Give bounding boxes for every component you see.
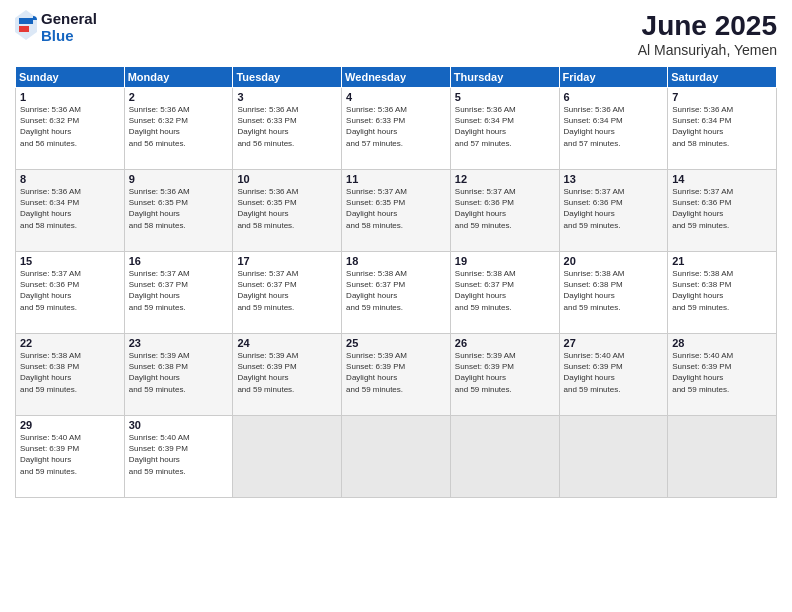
header: General Blue June 2025 Al Mansuriyah, Ye… bbox=[15, 10, 777, 58]
day-number: 12 bbox=[455, 173, 555, 185]
day-info: Sunrise: 5:40 AM Sunset: 6:39 PM Dayligh… bbox=[564, 350, 664, 395]
day-info: Sunrise: 5:36 AM Sunset: 6:34 PM Dayligh… bbox=[672, 104, 772, 149]
day-info: Sunrise: 5:40 AM Sunset: 6:39 PM Dayligh… bbox=[129, 432, 229, 477]
table-row: 13 Sunrise: 5:37 AM Sunset: 6:36 PM Dayl… bbox=[559, 170, 668, 252]
table-row: 6 Sunrise: 5:36 AM Sunset: 6:34 PM Dayli… bbox=[559, 88, 668, 170]
table-row bbox=[668, 416, 777, 498]
day-info: Sunrise: 5:36 AM Sunset: 6:32 PM Dayligh… bbox=[20, 104, 120, 149]
day-info: Sunrise: 5:36 AM Sunset: 6:33 PM Dayligh… bbox=[346, 104, 446, 149]
table-row bbox=[450, 416, 559, 498]
day-number: 21 bbox=[672, 255, 772, 267]
calendar-table: Sunday Monday Tuesday Wednesday Thursday… bbox=[15, 66, 777, 498]
table-row: 7 Sunrise: 5:36 AM Sunset: 6:34 PM Dayli… bbox=[668, 88, 777, 170]
table-row bbox=[342, 416, 451, 498]
table-row bbox=[559, 416, 668, 498]
table-row: 26 Sunrise: 5:39 AM Sunset: 6:39 PM Dayl… bbox=[450, 334, 559, 416]
day-number: 19 bbox=[455, 255, 555, 267]
day-number: 25 bbox=[346, 337, 446, 349]
day-info: Sunrise: 5:36 AM Sunset: 6:34 PM Dayligh… bbox=[20, 186, 120, 231]
day-info: Sunrise: 5:39 AM Sunset: 6:39 PM Dayligh… bbox=[346, 350, 446, 395]
day-number: 1 bbox=[20, 91, 120, 103]
col-friday: Friday bbox=[559, 67, 668, 88]
day-number: 11 bbox=[346, 173, 446, 185]
day-info: Sunrise: 5:37 AM Sunset: 6:36 PM Dayligh… bbox=[455, 186, 555, 231]
day-info: Sunrise: 5:36 AM Sunset: 6:32 PM Dayligh… bbox=[129, 104, 229, 149]
day-info: Sunrise: 5:37 AM Sunset: 6:37 PM Dayligh… bbox=[237, 268, 337, 313]
calendar-header-row: Sunday Monday Tuesday Wednesday Thursday… bbox=[16, 67, 777, 88]
table-row: 17 Sunrise: 5:37 AM Sunset: 6:37 PM Dayl… bbox=[233, 252, 342, 334]
day-number: 29 bbox=[20, 419, 120, 431]
table-row: 22 Sunrise: 5:38 AM Sunset: 6:38 PM Dayl… bbox=[16, 334, 125, 416]
day-number: 4 bbox=[346, 91, 446, 103]
col-thursday: Thursday bbox=[450, 67, 559, 88]
table-row: 23 Sunrise: 5:39 AM Sunset: 6:38 PM Dayl… bbox=[124, 334, 233, 416]
day-number: 30 bbox=[129, 419, 229, 431]
day-number: 14 bbox=[672, 173, 772, 185]
table-row: 11 Sunrise: 5:37 AM Sunset: 6:35 PM Dayl… bbox=[342, 170, 451, 252]
col-wednesday: Wednesday bbox=[342, 67, 451, 88]
calendar-week-row: 1 Sunrise: 5:36 AM Sunset: 6:32 PM Dayli… bbox=[16, 88, 777, 170]
table-row: 21 Sunrise: 5:38 AM Sunset: 6:38 PM Dayl… bbox=[668, 252, 777, 334]
table-row: 2 Sunrise: 5:36 AM Sunset: 6:32 PM Dayli… bbox=[124, 88, 233, 170]
day-number: 5 bbox=[455, 91, 555, 103]
day-number: 26 bbox=[455, 337, 555, 349]
calendar-week-row: 15 Sunrise: 5:37 AM Sunset: 6:36 PM Dayl… bbox=[16, 252, 777, 334]
table-row: 4 Sunrise: 5:36 AM Sunset: 6:33 PM Dayli… bbox=[342, 88, 451, 170]
day-info: Sunrise: 5:39 AM Sunset: 6:38 PM Dayligh… bbox=[129, 350, 229, 395]
day-number: 17 bbox=[237, 255, 337, 267]
day-number: 22 bbox=[20, 337, 120, 349]
table-row: 1 Sunrise: 5:36 AM Sunset: 6:32 PM Dayli… bbox=[16, 88, 125, 170]
col-monday: Monday bbox=[124, 67, 233, 88]
day-number: 15 bbox=[20, 255, 120, 267]
day-info: Sunrise: 5:37 AM Sunset: 6:36 PM Dayligh… bbox=[672, 186, 772, 231]
calendar-week-row: 29 Sunrise: 5:40 AM Sunset: 6:39 PM Dayl… bbox=[16, 416, 777, 498]
table-row: 12 Sunrise: 5:37 AM Sunset: 6:36 PM Dayl… bbox=[450, 170, 559, 252]
col-sunday: Sunday bbox=[16, 67, 125, 88]
table-row: 25 Sunrise: 5:39 AM Sunset: 6:39 PM Dayl… bbox=[342, 334, 451, 416]
day-number: 2 bbox=[129, 91, 229, 103]
table-row: 8 Sunrise: 5:36 AM Sunset: 6:34 PM Dayli… bbox=[16, 170, 125, 252]
calendar-title: June 2025 bbox=[638, 10, 777, 42]
table-row: 3 Sunrise: 5:36 AM Sunset: 6:33 PM Dayli… bbox=[233, 88, 342, 170]
day-info: Sunrise: 5:36 AM Sunset: 6:33 PM Dayligh… bbox=[237, 104, 337, 149]
day-info: Sunrise: 5:37 AM Sunset: 6:36 PM Dayligh… bbox=[564, 186, 664, 231]
table-row: 28 Sunrise: 5:40 AM Sunset: 6:39 PM Dayl… bbox=[668, 334, 777, 416]
day-number: 24 bbox=[237, 337, 337, 349]
table-row: 24 Sunrise: 5:39 AM Sunset: 6:39 PM Dayl… bbox=[233, 334, 342, 416]
day-info: Sunrise: 5:38 AM Sunset: 6:38 PM Dayligh… bbox=[564, 268, 664, 313]
logo-icon bbox=[15, 10, 37, 40]
logo-general: General bbox=[41, 10, 97, 27]
day-number: 13 bbox=[564, 173, 664, 185]
calendar-subtitle: Al Mansuriyah, Yemen bbox=[638, 42, 777, 58]
day-number: 20 bbox=[564, 255, 664, 267]
table-row: 10 Sunrise: 5:36 AM Sunset: 6:35 PM Dayl… bbox=[233, 170, 342, 252]
day-info: Sunrise: 5:38 AM Sunset: 6:37 PM Dayligh… bbox=[346, 268, 446, 313]
table-row: 9 Sunrise: 5:36 AM Sunset: 6:35 PM Dayli… bbox=[124, 170, 233, 252]
calendar-week-row: 22 Sunrise: 5:38 AM Sunset: 6:38 PM Dayl… bbox=[16, 334, 777, 416]
day-number: 8 bbox=[20, 173, 120, 185]
day-info: Sunrise: 5:40 AM Sunset: 6:39 PM Dayligh… bbox=[672, 350, 772, 395]
table-row: 29 Sunrise: 5:40 AM Sunset: 6:39 PM Dayl… bbox=[16, 416, 125, 498]
col-tuesday: Tuesday bbox=[233, 67, 342, 88]
title-block: June 2025 Al Mansuriyah, Yemen bbox=[638, 10, 777, 58]
day-number: 23 bbox=[129, 337, 229, 349]
day-number: 10 bbox=[237, 173, 337, 185]
day-number: 27 bbox=[564, 337, 664, 349]
table-row: 14 Sunrise: 5:37 AM Sunset: 6:36 PM Dayl… bbox=[668, 170, 777, 252]
svg-marker-0 bbox=[15, 10, 37, 40]
table-row: 27 Sunrise: 5:40 AM Sunset: 6:39 PM Dayl… bbox=[559, 334, 668, 416]
table-row: 15 Sunrise: 5:37 AM Sunset: 6:36 PM Dayl… bbox=[16, 252, 125, 334]
day-info: Sunrise: 5:40 AM Sunset: 6:39 PM Dayligh… bbox=[20, 432, 120, 477]
day-number: 7 bbox=[672, 91, 772, 103]
logo-blue: Blue bbox=[41, 27, 97, 44]
page: General Blue June 2025 Al Mansuriyah, Ye… bbox=[0, 0, 792, 612]
day-number: 3 bbox=[237, 91, 337, 103]
day-info: Sunrise: 5:38 AM Sunset: 6:38 PM Dayligh… bbox=[672, 268, 772, 313]
day-number: 9 bbox=[129, 173, 229, 185]
day-info: Sunrise: 5:36 AM Sunset: 6:35 PM Dayligh… bbox=[237, 186, 337, 231]
table-row: 16 Sunrise: 5:37 AM Sunset: 6:37 PM Dayl… bbox=[124, 252, 233, 334]
day-info: Sunrise: 5:36 AM Sunset: 6:34 PM Dayligh… bbox=[455, 104, 555, 149]
calendar-week-row: 8 Sunrise: 5:36 AM Sunset: 6:34 PM Dayli… bbox=[16, 170, 777, 252]
day-info: Sunrise: 5:37 AM Sunset: 6:36 PM Dayligh… bbox=[20, 268, 120, 313]
day-number: 28 bbox=[672, 337, 772, 349]
